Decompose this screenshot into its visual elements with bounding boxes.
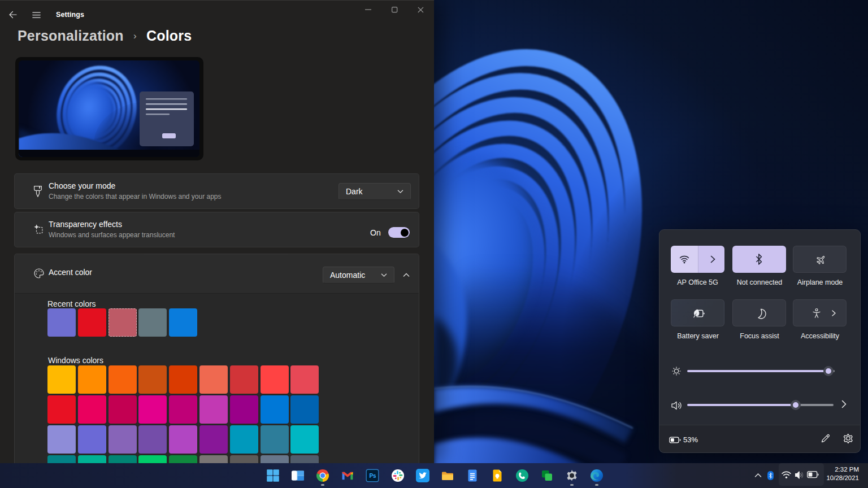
svg-text:Ps: Ps — [369, 473, 376, 479]
